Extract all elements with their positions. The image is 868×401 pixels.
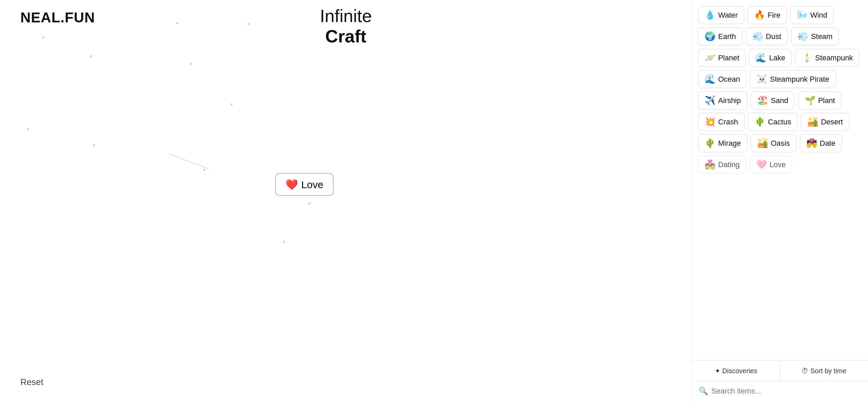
item-emoji: 🌬️ bbox=[797, 10, 808, 20]
item-label: Wind bbox=[810, 11, 827, 20]
bottom-bar: ✦ Discoveries ⏱ Sort by time 🔍 bbox=[692, 360, 868, 401]
item-button[interactable]: 🌍Earth bbox=[698, 27, 743, 45]
item-emoji: 💨 bbox=[797, 31, 808, 42]
item-emoji: 💧 bbox=[705, 10, 715, 20]
dot bbox=[93, 144, 95, 146]
discoveries-tab[interactable]: ✦ Discoveries bbox=[692, 361, 780, 381]
item-emoji: 🏜️ bbox=[807, 117, 818, 127]
item-button[interactable]: 🩷Love bbox=[750, 156, 792, 174]
item-button[interactable]: 🌵Mirage bbox=[698, 134, 747, 152]
item-button[interactable]: 🏜️Desert bbox=[801, 113, 849, 131]
item-label: Oasis bbox=[771, 139, 790, 148]
dot bbox=[42, 37, 44, 39]
item-label: Earth bbox=[718, 32, 736, 41]
item-label: Plant bbox=[818, 96, 835, 105]
item-label: Steam bbox=[811, 32, 833, 41]
item-label: Date bbox=[820, 139, 835, 148]
item-button[interactable]: 💑Dating bbox=[698, 156, 746, 174]
item-emoji: ✈️ bbox=[705, 95, 715, 106]
search-input[interactable] bbox=[711, 387, 861, 396]
item-button[interactable]: 🏜️Oasis bbox=[751, 134, 796, 152]
item-emoji: ☠️ bbox=[756, 74, 767, 84]
love-label: Love bbox=[301, 179, 323, 190]
item-button[interactable]: 🌊Lake bbox=[749, 49, 792, 67]
item-button[interactable]: 🌬️Wind bbox=[790, 6, 834, 24]
item-label: Airship bbox=[718, 96, 741, 105]
item-emoji: 🌱 bbox=[805, 95, 815, 106]
canvas-line bbox=[0, 0, 692, 401]
item-emoji: 🕯️ bbox=[802, 53, 812, 63]
item-label: Desert bbox=[821, 118, 843, 126]
items-container: 💧Water🔥Fire🌬️Wind🌍Earth💨Dust💨Steam🪐Plane… bbox=[692, 0, 868, 360]
item-label: Steampunk Pirate bbox=[770, 75, 829, 84]
item-button[interactable]: 🪐Planet bbox=[698, 49, 746, 67]
item-button[interactable]: 🏖️Sand bbox=[751, 92, 794, 109]
item-emoji: 🌊 bbox=[755, 53, 766, 63]
item-label: Dating bbox=[718, 160, 740, 169]
item-emoji: 🏖️ bbox=[757, 95, 768, 106]
item-button[interactable]: ☠️Steampunk Pirate bbox=[750, 70, 836, 88]
canvas-area[interactable]: NEAL.FUN Infinite Craft ❤️ Love Reset bbox=[0, 0, 692, 401]
item-button[interactable]: 💨Steam bbox=[791, 27, 839, 45]
item-label: Planet bbox=[718, 54, 739, 62]
tab-bar: ✦ Discoveries ⏱ Sort by time bbox=[692, 361, 868, 381]
sidebar: 💧Water🔥Fire🌬️Wind🌍Earth💨Dust💨Steam🪐Plane… bbox=[692, 0, 868, 401]
dot bbox=[283, 241, 285, 243]
item-emoji: 🌵 bbox=[705, 138, 715, 148]
item-label: Dust bbox=[766, 32, 781, 41]
dot bbox=[309, 202, 311, 204]
item-button[interactable]: 💏Date bbox=[800, 134, 842, 152]
item-label: Cactus bbox=[768, 118, 791, 126]
item-button[interactable]: 💥Crash bbox=[698, 113, 745, 131]
item-label: Fire bbox=[768, 11, 781, 20]
reset-button[interactable]: Reset bbox=[20, 377, 43, 387]
item-label: Lake bbox=[769, 54, 785, 62]
item-emoji: 🌍 bbox=[705, 31, 715, 42]
item-label: Crash bbox=[718, 118, 738, 126]
love-emoji: ❤️ bbox=[285, 179, 298, 191]
item-button[interactable]: 🌱Plant bbox=[798, 92, 842, 109]
item-emoji: 🌵 bbox=[754, 117, 765, 127]
item-label: Steampunk bbox=[815, 54, 853, 62]
item-button[interactable]: ✈️Airship bbox=[698, 92, 747, 109]
dot bbox=[27, 128, 29, 130]
item-button[interactable]: 💧Water bbox=[698, 6, 744, 24]
item-emoji: 🏜️ bbox=[757, 138, 768, 148]
item-label: Sand bbox=[771, 96, 788, 105]
sort-by-time-tab[interactable]: ⏱ Sort by time bbox=[780, 361, 868, 381]
item-button[interactable]: 🔥Fire bbox=[748, 6, 787, 24]
item-emoji: 💥 bbox=[705, 117, 715, 127]
item-emoji: 🔥 bbox=[754, 10, 765, 20]
item-button[interactable]: 🕯️Steampunk bbox=[795, 49, 859, 67]
love-element[interactable]: ❤️ Love bbox=[275, 173, 334, 196]
item-button[interactable]: 🌵Cactus bbox=[748, 113, 797, 131]
dot bbox=[231, 103, 233, 105]
item-emoji: 🪐 bbox=[705, 53, 715, 63]
svg-line-0 bbox=[170, 154, 209, 169]
dot bbox=[190, 63, 192, 65]
item-emoji: 💨 bbox=[752, 31, 763, 42]
item-label: Love bbox=[770, 160, 786, 169]
search-bar: 🔍 bbox=[692, 381, 868, 401]
dot bbox=[176, 22, 178, 24]
dot bbox=[203, 169, 205, 171]
site-title: NEAL.FUN bbox=[20, 9, 95, 26]
item-emoji: 💏 bbox=[806, 138, 817, 148]
search-icon: 🔍 bbox=[699, 387, 708, 396]
item-label: Ocean bbox=[718, 75, 740, 84]
item-label: Water bbox=[718, 11, 738, 20]
dot bbox=[90, 55, 92, 57]
item-button[interactable]: 💨Dust bbox=[746, 27, 788, 45]
item-emoji: 💑 bbox=[705, 159, 715, 170]
item-emoji: 🌊 bbox=[705, 74, 715, 84]
item-button[interactable]: 🌊Ocean bbox=[698, 70, 747, 88]
dot bbox=[248, 23, 250, 25]
item-label: Mirage bbox=[718, 139, 741, 148]
game-title: Infinite Craft bbox=[320, 6, 372, 47]
item-emoji: 🩷 bbox=[756, 159, 767, 170]
